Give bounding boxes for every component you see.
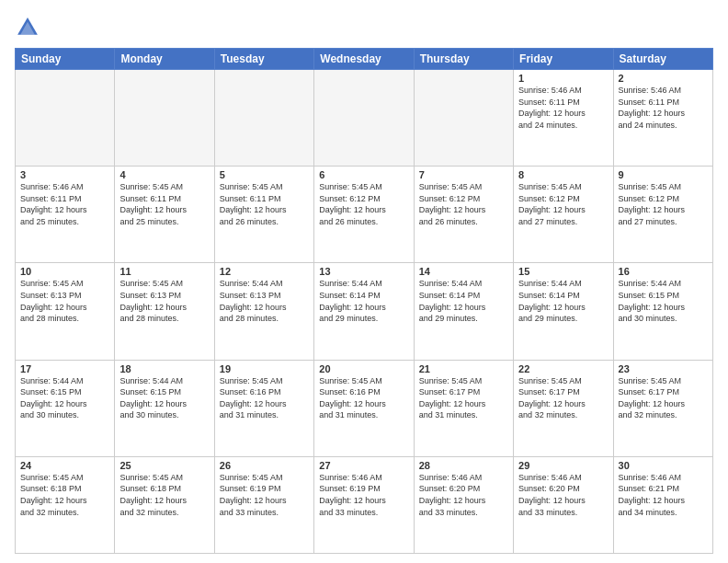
calendar-cell: 25Sunrise: 5:45 AM Sunset: 6:18 PM Dayli…	[115, 456, 214, 553]
day-detail: Sunrise: 5:45 AM Sunset: 6:17 PM Dayligh…	[619, 375, 708, 421]
weekday-header-saturday: Saturday	[613, 49, 712, 70]
calendar-cell: 30Sunrise: 5:46 AM Sunset: 6:21 PM Dayli…	[613, 456, 712, 553]
day-number: 10	[20, 266, 109, 277]
day-number: 15	[518, 266, 608, 277]
calendar-cell: 15Sunrise: 5:44 AM Sunset: 6:14 PM Dayli…	[514, 263, 613, 360]
day-detail: Sunrise: 5:46 AM Sunset: 6:11 PM Dayligh…	[518, 85, 608, 131]
calendar-cell	[414, 70, 513, 167]
day-number: 20	[319, 363, 408, 374]
day-detail: Sunrise: 5:44 AM Sunset: 6:15 PM Dayligh…	[619, 278, 708, 324]
day-number: 5	[220, 169, 309, 180]
calendar-cell: 7Sunrise: 5:45 AM Sunset: 6:12 PM Daylig…	[414, 167, 513, 263]
logo	[15, 15, 44, 40]
day-detail: Sunrise: 5:45 AM Sunset: 6:12 PM Dayligh…	[518, 181, 608, 227]
day-number: 28	[419, 460, 508, 471]
day-number: 29	[518, 460, 608, 471]
calendar-cell: 21Sunrise: 5:45 AM Sunset: 6:17 PM Dayli…	[414, 360, 513, 456]
day-detail: Sunrise: 5:45 AM Sunset: 6:12 PM Dayligh…	[419, 181, 508, 227]
calendar-cell: 28Sunrise: 5:46 AM Sunset: 6:20 PM Dayli…	[414, 456, 513, 553]
weekday-header-sunday: Sunday	[16, 49, 115, 70]
day-detail: Sunrise: 5:44 AM Sunset: 6:15 PM Dayligh…	[119, 375, 209, 421]
logo-icon	[15, 15, 40, 40]
calendar-cell: 11Sunrise: 5:45 AM Sunset: 6:13 PM Dayli…	[115, 263, 214, 360]
day-number: 26	[220, 460, 309, 471]
calendar-cell: 27Sunrise: 5:46 AM Sunset: 6:19 PM Dayli…	[314, 456, 414, 553]
calendar-cell: 13Sunrise: 5:44 AM Sunset: 6:14 PM Dayli…	[314, 263, 414, 360]
day-detail: Sunrise: 5:46 AM Sunset: 6:20 PM Dayligh…	[518, 472, 608, 518]
weekday-header-friday: Friday	[514, 49, 613, 70]
calendar-cell: 9Sunrise: 5:45 AM Sunset: 6:12 PM Daylig…	[613, 167, 712, 263]
day-detail: Sunrise: 5:45 AM Sunset: 6:13 PM Dayligh…	[20, 278, 109, 324]
calendar-cell: 18Sunrise: 5:44 AM Sunset: 6:15 PM Dayli…	[115, 360, 214, 456]
weekday-header-tuesday: Tuesday	[214, 49, 313, 70]
week-row-4: 17Sunrise: 5:44 AM Sunset: 6:15 PM Dayli…	[16, 360, 713, 456]
day-number: 16	[619, 266, 708, 277]
calendar-cell: 26Sunrise: 5:45 AM Sunset: 6:19 PM Dayli…	[214, 456, 313, 553]
calendar-cell: 1Sunrise: 5:46 AM Sunset: 6:11 PM Daylig…	[514, 70, 613, 167]
calendar-cell: 19Sunrise: 5:45 AM Sunset: 6:16 PM Dayli…	[214, 360, 313, 456]
day-detail: Sunrise: 5:45 AM Sunset: 6:13 PM Dayligh…	[119, 278, 209, 324]
day-number: 7	[419, 169, 508, 180]
day-number: 4	[119, 169, 209, 180]
day-detail: Sunrise: 5:46 AM Sunset: 6:11 PM Dayligh…	[20, 181, 109, 227]
calendar-cell: 24Sunrise: 5:45 AM Sunset: 6:18 PM Dayli…	[16, 456, 115, 553]
day-number: 21	[419, 363, 508, 374]
day-number: 19	[220, 363, 309, 374]
day-number: 24	[20, 460, 109, 471]
calendar-cell	[314, 70, 414, 167]
day-detail: Sunrise: 5:46 AM Sunset: 6:11 PM Dayligh…	[619, 85, 708, 131]
calendar-cell: 3Sunrise: 5:46 AM Sunset: 6:11 PM Daylig…	[16, 167, 115, 263]
calendar: SundayMondayTuesdayWednesdayThursdayFrid…	[15, 48, 713, 554]
calendar-cell: 29Sunrise: 5:46 AM Sunset: 6:20 PM Dayli…	[514, 456, 613, 553]
day-number: 3	[20, 169, 109, 180]
calendar-cell: 17Sunrise: 5:44 AM Sunset: 6:15 PM Dayli…	[16, 360, 115, 456]
calendar-cell: 16Sunrise: 5:44 AM Sunset: 6:15 PM Dayli…	[613, 263, 712, 360]
header	[15, 15, 713, 40]
day-detail: Sunrise: 5:45 AM Sunset: 6:16 PM Dayligh…	[220, 375, 309, 421]
weekday-header-wednesday: Wednesday	[314, 49, 414, 70]
day-number: 6	[319, 169, 408, 180]
day-number: 11	[119, 266, 209, 277]
day-detail: Sunrise: 5:45 AM Sunset: 6:11 PM Dayligh…	[119, 181, 209, 227]
day-detail: Sunrise: 5:45 AM Sunset: 6:16 PM Dayligh…	[319, 375, 408, 421]
day-detail: Sunrise: 5:45 AM Sunset: 6:17 PM Dayligh…	[518, 375, 608, 421]
day-detail: Sunrise: 5:45 AM Sunset: 6:17 PM Dayligh…	[419, 375, 508, 421]
calendar-cell: 5Sunrise: 5:45 AM Sunset: 6:11 PM Daylig…	[214, 167, 313, 263]
day-number: 23	[619, 363, 708, 374]
weekday-header-monday: Monday	[115, 49, 214, 70]
day-number: 1	[518, 73, 608, 84]
day-number: 12	[220, 266, 309, 277]
day-detail: Sunrise: 5:44 AM Sunset: 6:15 PM Dayligh…	[20, 375, 109, 421]
page: SundayMondayTuesdayWednesdayThursdayFrid…	[0, 0, 728, 563]
calendar-cell: 12Sunrise: 5:44 AM Sunset: 6:13 PM Dayli…	[214, 263, 313, 360]
day-detail: Sunrise: 5:45 AM Sunset: 6:11 PM Dayligh…	[220, 181, 309, 227]
calendar-cell: 14Sunrise: 5:44 AM Sunset: 6:14 PM Dayli…	[414, 263, 513, 360]
day-number: 8	[518, 169, 608, 180]
day-detail: Sunrise: 5:45 AM Sunset: 6:18 PM Dayligh…	[20, 472, 109, 518]
weekday-header-thursday: Thursday	[414, 49, 513, 70]
day-detail: Sunrise: 5:45 AM Sunset: 6:19 PM Dayligh…	[220, 472, 309, 518]
day-detail: Sunrise: 5:44 AM Sunset: 6:14 PM Dayligh…	[518, 278, 608, 324]
day-detail: Sunrise: 5:44 AM Sunset: 6:14 PM Dayligh…	[319, 278, 408, 324]
day-detail: Sunrise: 5:46 AM Sunset: 6:21 PM Dayligh…	[619, 472, 708, 518]
calendar-cell: 6Sunrise: 5:45 AM Sunset: 6:12 PM Daylig…	[314, 167, 414, 263]
week-row-5: 24Sunrise: 5:45 AM Sunset: 6:18 PM Dayli…	[16, 456, 713, 553]
day-detail: Sunrise: 5:45 AM Sunset: 6:12 PM Dayligh…	[619, 181, 708, 227]
day-detail: Sunrise: 5:46 AM Sunset: 6:19 PM Dayligh…	[319, 472, 408, 518]
day-detail: Sunrise: 5:45 AM Sunset: 6:12 PM Dayligh…	[319, 181, 408, 227]
day-number: 14	[419, 266, 508, 277]
week-row-2: 3Sunrise: 5:46 AM Sunset: 6:11 PM Daylig…	[16, 167, 713, 263]
week-row-1: 1Sunrise: 5:46 AM Sunset: 6:11 PM Daylig…	[16, 70, 713, 167]
calendar-cell	[16, 70, 115, 167]
day-number: 27	[319, 460, 408, 471]
calendar-cell: 10Sunrise: 5:45 AM Sunset: 6:13 PM Dayli…	[16, 263, 115, 360]
calendar-cell: 23Sunrise: 5:45 AM Sunset: 6:17 PM Dayli…	[613, 360, 712, 456]
day-number: 30	[619, 460, 708, 471]
weekday-header-row: SundayMondayTuesdayWednesdayThursdayFrid…	[16, 49, 713, 70]
day-number: 22	[518, 363, 608, 374]
day-number: 13	[319, 266, 408, 277]
calendar-cell: 4Sunrise: 5:45 AM Sunset: 6:11 PM Daylig…	[115, 167, 214, 263]
day-detail: Sunrise: 5:46 AM Sunset: 6:20 PM Dayligh…	[419, 472, 508, 518]
week-row-3: 10Sunrise: 5:45 AM Sunset: 6:13 PM Dayli…	[16, 263, 713, 360]
calendar-cell: 2Sunrise: 5:46 AM Sunset: 6:11 PM Daylig…	[613, 70, 712, 167]
